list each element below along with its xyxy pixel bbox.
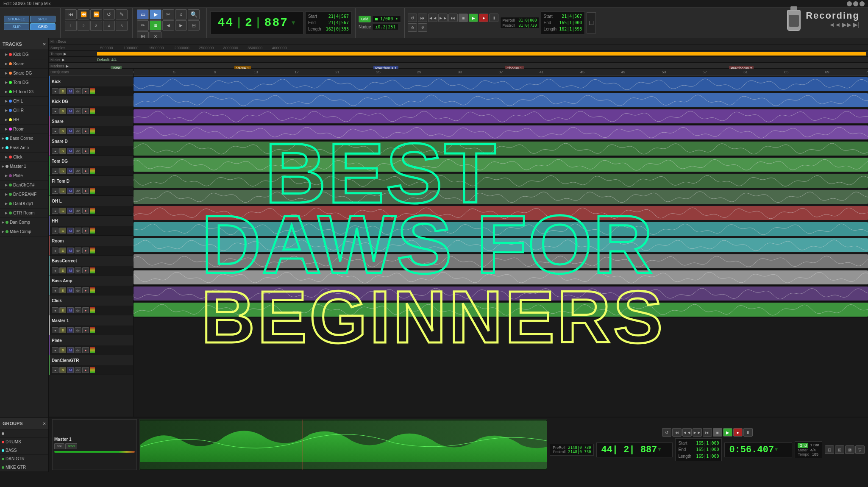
- start-value[interactable]: 21|4|567: [328, 14, 349, 19]
- bt-grid-btn[interactable]: Grid: [798, 443, 808, 448]
- spot-mode-btn[interactable]: SPOT: [30, 16, 56, 22]
- tc-dv-4[interactable]: dv: [75, 168, 81, 174]
- tc-mute-4[interactable]: ●: [52, 168, 58, 174]
- bt-fwd-btn[interactable]: ►►: [693, 428, 702, 437]
- group-item-4[interactable]: MIKE GTR: [0, 463, 48, 472]
- bt-end-btn[interactable]: ⏭: [703, 428, 712, 437]
- tc-dv-5[interactable]: dv: [75, 188, 81, 194]
- arrange-track-3[interactable]: [134, 125, 868, 141]
- sm-loop-btn[interactable]: ↺: [408, 14, 417, 22]
- tc-rec-7[interactable]: ●: [82, 228, 89, 234]
- sm-play-btn[interactable]: ▶: [469, 14, 478, 22]
- tc-solo-2[interactable]: S: [59, 128, 66, 134]
- bt-r2-btn[interactable]: ⊞: [835, 445, 844, 454]
- track-item-19[interactable]: ▶ Mike Comp: [0, 227, 48, 237]
- length2-value[interactable]: 162|1|393: [559, 27, 582, 31]
- tc-solo-11[interactable]: S: [59, 307, 66, 313]
- track-item-1[interactable]: ▶ Snare: [0, 59, 48, 69]
- sm-end-btn[interactable]: ⏭: [448, 14, 458, 22]
- group-item-3[interactable]: DAN GTR: [0, 455, 48, 463]
- tc-mute-btn-11[interactable]: M: [67, 307, 74, 313]
- bt-end-val[interactable]: 165|1|000: [696, 447, 719, 452]
- tc-solo-13[interactable]: S: [59, 347, 66, 353]
- tc-mute-3[interactable]: ●: [52, 148, 58, 154]
- trim-tool-btn[interactable]: ✂: [162, 9, 174, 19]
- track-item-9[interactable]: ▶ Bass Correo: [0, 134, 48, 143]
- tc-rec-13[interactable]: ●: [82, 347, 89, 353]
- tc-solo-4[interactable]: S: [59, 168, 66, 174]
- tc-solo-8[interactable]: S: [59, 248, 66, 253]
- track-item-14[interactable]: ▶ DanChGT#: [0, 181, 48, 190]
- arrange-track-5[interactable]: [134, 157, 868, 173]
- arrow-right-btn[interactable]: ►: [175, 20, 187, 31]
- tc-mute-btn-4[interactable]: M: [67, 168, 74, 174]
- tc-mute-0[interactable]: ●: [52, 88, 58, 94]
- tc-mute-btn-6[interactable]: M: [67, 208, 74, 214]
- tc-dv-0[interactable]: dv: [75, 88, 81, 94]
- arrange-track-6[interactable]: [134, 173, 868, 189]
- tc-mute-5[interactable]: ●: [52, 188, 58, 194]
- sm-x1-btn[interactable]: ⟰: [408, 23, 417, 32]
- tc-solo-0[interactable]: S: [59, 88, 66, 94]
- bt-rew-btn[interactable]: ⏮: [672, 428, 682, 437]
- track-item-7[interactable]: ▶ HH: [0, 115, 48, 125]
- sm-stop-btn[interactable]: ■: [459, 14, 468, 22]
- rewind-btn[interactable]: ⏪: [78, 9, 89, 19]
- track-item-11[interactable]: ▶ Click: [0, 153, 48, 162]
- tc-mute-14[interactable]: ●: [52, 367, 58, 373]
- num2-btn[interactable]: 2: [78, 21, 89, 31]
- loop-btn[interactable]: ↺: [103, 9, 115, 19]
- markers-expand-icon[interactable]: ▶: [66, 64, 69, 68]
- sm-back-btn[interactable]: ◄◄: [428, 14, 437, 22]
- track-item-15[interactable]: ▶ DnCREAMF: [0, 190, 48, 199]
- bt-loop-btn[interactable]: ↺: [662, 428, 671, 437]
- arrow-left-btn[interactable]: ◄: [162, 20, 174, 31]
- rec-end-icon[interactable]: ▶|: [853, 21, 860, 28]
- rtz-btn[interactable]: ⏮: [65, 9, 77, 19]
- tc-mute-btn-7[interactable]: M: [67, 228, 74, 234]
- grid-on-btn[interactable]: Grid: [359, 16, 371, 22]
- zoom-btn[interactable]: 🔍: [188, 9, 200, 19]
- start2-value[interactable]: 21|4|567: [562, 14, 582, 19]
- track-item-10[interactable]: ▶ Bass Amp: [0, 143, 48, 153]
- tc-solo-7[interactable]: S: [59, 228, 66, 234]
- tc-dv-3[interactable]: dv: [75, 148, 81, 154]
- arrange-track-10[interactable]: [134, 237, 868, 253]
- tc-mute-2[interactable]: ●: [52, 128, 58, 134]
- tc-mute-btn-1[interactable]: M: [67, 108, 74, 114]
- track-item-0[interactable]: ▶ Kick DG: [0, 50, 48, 59]
- tc-mute-12[interactable]: ●: [52, 327, 58, 333]
- tc-rec-14[interactable]: ●: [82, 367, 89, 373]
- ffwd-btn[interactable]: ⏩: [90, 9, 102, 19]
- group-item-0[interactable]: [0, 429, 48, 438]
- tc-solo-12[interactable]: S: [59, 327, 66, 333]
- bottom-read-btn[interactable]: read: [65, 443, 77, 449]
- tc-dv-11[interactable]: dv: [75, 307, 81, 313]
- sm-pause-btn[interactable]: ⏸: [489, 14, 498, 22]
- track-item-5[interactable]: ▶ OH L: [0, 97, 48, 106]
- bt-stop-btn[interactable]: ■: [713, 428, 722, 437]
- track-item-13[interactable]: ▶ Plate: [0, 171, 48, 181]
- end2-value[interactable]: 165|1|000: [559, 20, 582, 25]
- grid-mode-btn[interactable]: GRID: [30, 23, 56, 30]
- tc-mute-btn-0[interactable]: M: [67, 88, 74, 94]
- tc-mute-btn-10[interactable]: M: [67, 287, 74, 293]
- shuffle-mode-btn[interactable]: SHUFFLE: [4, 16, 29, 22]
- track-item-2[interactable]: ▶ Snare DG: [0, 69, 48, 78]
- bottom-counter-display[interactable]: 44| 2| 887 ▼: [596, 442, 673, 457]
- bt-back-btn[interactable]: ◄◄: [682, 428, 692, 437]
- tc-mute-8[interactable]: ●: [52, 248, 58, 253]
- arrange-track-11[interactable]: [134, 253, 868, 270]
- track-item-16[interactable]: ▶ DanDI dp1: [0, 199, 48, 209]
- bt-play-btn[interactable]: ▶: [723, 428, 732, 437]
- tc-solo-6[interactable]: S: [59, 208, 66, 214]
- end-value[interactable]: 21|4|567: [328, 20, 349, 25]
- tc-solo-3[interactable]: S: [59, 148, 66, 154]
- num4-btn[interactable]: 4: [103, 21, 115, 31]
- tc-rec-4[interactable]: ●: [82, 168, 89, 174]
- select-tool-btn[interactable]: ▭: [137, 9, 149, 19]
- arrange-track-12[interactable]: [134, 270, 868, 286]
- tc-rec-0[interactable]: ●: [82, 88, 89, 94]
- tc-mute-13[interactable]: ●: [52, 347, 58, 353]
- track-item-6[interactable]: ▶ OH R: [0, 106, 48, 115]
